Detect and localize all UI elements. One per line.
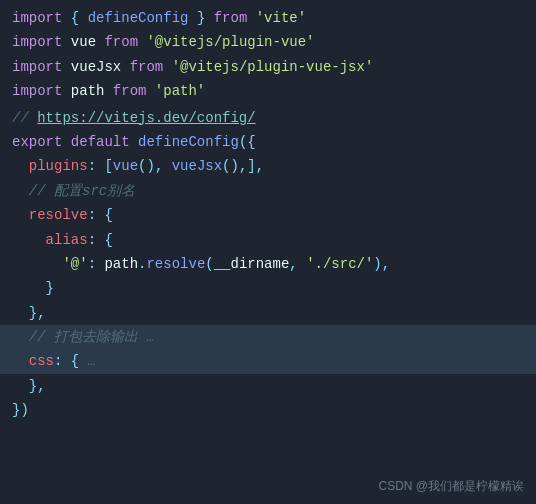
watermark: CSDN @我们都是柠檬精诶 — [378, 477, 524, 496]
code-token: ( — [205, 256, 213, 272]
code-token — [79, 10, 87, 26]
code-token: import — [12, 83, 62, 99]
code-token: vue — [113, 158, 138, 174]
code-token — [12, 158, 29, 174]
code-token: https://vitejs.dev/config/ — [37, 110, 255, 126]
code-line: import vue from '@vitejs/plugin-vue' — [0, 30, 536, 54]
code-token: { — [104, 207, 112, 223]
code-token — [62, 10, 70, 26]
code-line: plugins: [vue(), vueJsx(),], — [0, 154, 536, 178]
code-line: css: { … — [0, 349, 536, 373]
code-token: // 配置src别名 — [29, 183, 135, 199]
code-token — [62, 59, 70, 75]
code-token — [12, 353, 29, 369]
code-token: alias — [46, 232, 88, 248]
code-token: { — [71, 353, 79, 369]
code-token: resolve — [146, 256, 205, 272]
code-token: default — [71, 134, 130, 150]
code-token: resolve — [29, 207, 88, 223]
code-line: resolve: { — [0, 203, 536, 227]
code-token: path — [104, 256, 138, 272]
code-token — [130, 134, 138, 150]
code-line: }, — [0, 301, 536, 325]
code-token: 'path' — [155, 83, 205, 99]
code-token — [205, 10, 213, 26]
code-token — [62, 353, 70, 369]
code-token: vueJsx — [172, 158, 222, 174]
code-token: from — [214, 10, 248, 26]
code-token: // 打包去除输出 … — [29, 329, 155, 345]
code-token: __dirname — [214, 256, 290, 272]
code-token: , — [256, 158, 264, 174]
code-token: defineConfig — [138, 134, 239, 150]
code-token — [298, 256, 306, 272]
code-token: import — [12, 34, 62, 50]
code-token: '@vitejs/plugin-vue-jsx' — [172, 59, 374, 75]
code-token: '@vitejs/plugin-vue' — [146, 34, 314, 50]
code-line: // 打包去除输出 … — [0, 325, 536, 349]
code-token: import — [12, 59, 62, 75]
code-token: from — [113, 83, 147, 99]
code-token — [62, 134, 70, 150]
code-line: // 配置src别名 — [0, 179, 536, 203]
code-line: alias: { — [0, 228, 536, 252]
code-token: from — [104, 34, 138, 50]
code-token: }, — [29, 378, 46, 394]
code-token: path — [71, 83, 105, 99]
code-token — [12, 232, 46, 248]
code-token — [104, 83, 112, 99]
code-token — [163, 158, 171, 174]
code-line: import { defineConfig } from 'vite' — [0, 6, 536, 30]
code-line: import vueJsx from '@vitejs/plugin-vue-j… — [0, 55, 536, 79]
code-token: from — [130, 59, 164, 75]
code-token: }) — [12, 402, 29, 418]
code-token — [12, 256, 62, 272]
code-token: : — [88, 207, 96, 223]
code-token: css — [29, 353, 54, 369]
code-token: (), — [222, 158, 247, 174]
code-token: { — [71, 10, 79, 26]
code-token: // — [12, 110, 37, 126]
code-token — [12, 378, 29, 394]
code-token: ), — [373, 256, 390, 272]
code-token — [12, 183, 29, 199]
code-token — [62, 34, 70, 50]
code-token: import — [12, 10, 62, 26]
code-token — [121, 59, 129, 75]
code-token: : — [88, 158, 96, 174]
code-line: }) — [0, 398, 536, 422]
code-block: import { defineConfig } from 'vite'impor… — [0, 6, 536, 423]
code-token: { — [104, 232, 112, 248]
code-token — [163, 59, 171, 75]
code-line: }, — [0, 374, 536, 398]
code-token: 'vite' — [256, 10, 306, 26]
code-token: : — [88, 232, 96, 248]
code-line: '@': path.resolve(__dirname, './src/'), — [0, 252, 536, 276]
code-token: './src/' — [306, 256, 373, 272]
code-token: , — [289, 256, 297, 272]
code-token: defineConfig — [88, 10, 189, 26]
code-editor: import { defineConfig } from 'vite'impor… — [0, 0, 536, 504]
code-token: vue — [71, 34, 96, 50]
code-token: : — [88, 256, 96, 272]
code-line: import path from 'path' — [0, 79, 536, 103]
code-token — [12, 329, 29, 345]
code-token: } — [46, 280, 54, 296]
code-token: ({ — [239, 134, 256, 150]
code-token — [247, 10, 255, 26]
code-line: // https://vitejs.dev/config/ — [0, 106, 536, 130]
code-token — [188, 10, 196, 26]
code-token: '@' — [62, 256, 87, 272]
code-token — [12, 280, 46, 296]
code-token — [12, 207, 29, 223]
code-token: vueJsx — [71, 59, 121, 75]
code-token — [79, 353, 87, 369]
code-line: } — [0, 276, 536, 300]
code-token — [146, 83, 154, 99]
code-token: … — [88, 353, 96, 369]
code-token — [62, 83, 70, 99]
code-token: [ — [104, 158, 112, 174]
code-token: plugins — [29, 158, 88, 174]
code-token — [12, 305, 29, 321]
code-line: export default defineConfig({ — [0, 130, 536, 154]
